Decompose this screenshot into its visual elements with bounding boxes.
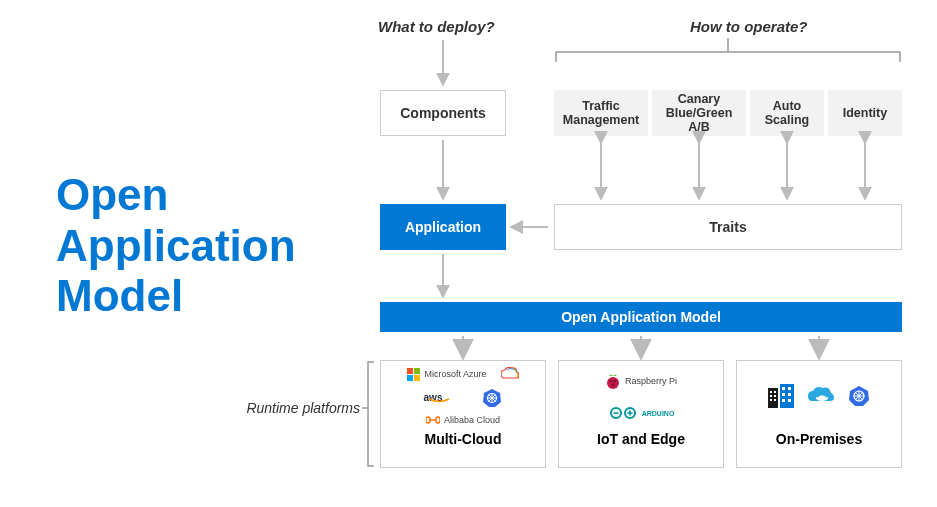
traits-box: Traits	[554, 204, 902, 250]
platform-iot: Raspberry Pi ARDUINO IoT and Edge	[558, 360, 724, 468]
svg-rect-21	[774, 391, 776, 393]
buildings-icon	[768, 384, 794, 408]
arduino-icon: ARDUINO	[608, 406, 675, 420]
svg-rect-7	[436, 417, 440, 423]
svg-rect-20	[770, 391, 772, 393]
svg-point-10	[609, 379, 612, 382]
question-deploy: What to deploy?	[378, 18, 495, 35]
kubernetes-icon	[482, 388, 502, 408]
service-fabric-icon	[808, 385, 834, 407]
svg-point-12	[611, 383, 615, 387]
components-box: Components	[380, 90, 506, 136]
question-operate: How to operate?	[690, 18, 808, 35]
kubernetes-onprem-icon	[848, 385, 870, 407]
gcp-icon	[501, 367, 519, 381]
svg-rect-23	[774, 395, 776, 397]
trait-identity-box: Identity	[828, 90, 902, 136]
runtime-platforms-label: Runtime platforms	[220, 400, 360, 416]
svg-rect-27	[788, 387, 791, 390]
svg-point-9	[607, 377, 619, 389]
platform-onprem: On-Premises	[736, 360, 902, 468]
aws-icon: aws	[424, 392, 469, 403]
svg-rect-24	[770, 399, 772, 401]
platform-iot-label: IoT and Edge	[559, 425, 723, 457]
svg-rect-18	[768, 388, 778, 408]
diagram-title: Open Application Model	[56, 170, 316, 322]
oam-bar: Open Application Model	[380, 302, 902, 332]
application-box: Application	[380, 204, 506, 250]
svg-rect-28	[782, 393, 785, 396]
azure-icon: Microsoft Azure	[407, 368, 486, 381]
trait-canary-box: Canary Blue/Green A/B	[652, 90, 746, 136]
alibaba-icon: Alibaba Cloud	[426, 415, 500, 425]
svg-rect-26	[782, 387, 785, 390]
trait-traffic-box: Traffic Management	[554, 90, 648, 136]
svg-rect-30	[782, 399, 785, 402]
svg-rect-31	[788, 399, 791, 402]
raspberrypi-icon: Raspberry Pi	[605, 372, 677, 390]
platform-onprem-label: On-Premises	[737, 425, 901, 457]
svg-rect-29	[788, 393, 791, 396]
svg-rect-25	[774, 399, 776, 401]
platform-multicloud-label: Multi-Cloud	[381, 425, 545, 457]
svg-point-11	[613, 379, 616, 382]
platform-multicloud: Microsoft Azure aws Alibaba Cloud Multi-…	[380, 360, 546, 468]
trait-auto-box: Auto Scaling	[750, 90, 824, 136]
svg-rect-22	[770, 395, 772, 397]
svg-rect-6	[426, 417, 430, 423]
